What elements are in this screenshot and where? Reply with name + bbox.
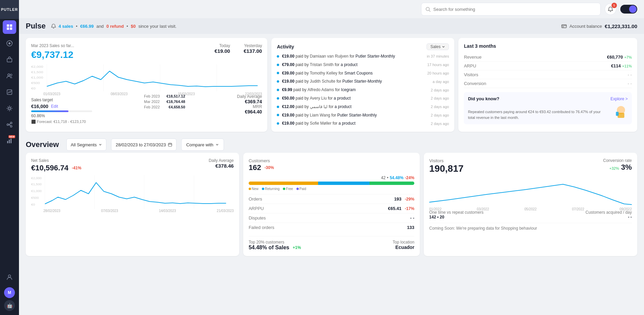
date-picker[interactable]: 28/02/2023 to 27/03/2023 [111, 139, 176, 151]
list-item: €19.00 paid by Damiaan van Ruijven for P… [277, 54, 449, 59]
activity-dot [277, 55, 279, 58]
net-daily-avg-val: €378.46 [209, 163, 234, 169]
target-label: Sales target [31, 98, 53, 102]
bot-avatar[interactable]: 🤖 [4, 300, 15, 311]
sidebar-item-reports[interactable] [3, 85, 16, 99]
net-sales-value: €10,596.74 [31, 164, 68, 172]
activity-list: €19.00 paid by Damiaan van Ruijven for P… [277, 54, 449, 126]
sales-chart-labels: 01/03/2023 08/03/2023 15/03/2023 22/03/2… [31, 92, 262, 96]
disputes-val: - - [410, 215, 414, 220]
activity-time: 17 hours ago [427, 63, 449, 67]
mrr-label: MRR [237, 104, 262, 109]
failed-orders-val: 133 [407, 225, 414, 230]
segment-select[interactable]: All Segments [66, 139, 107, 151]
bar-neg: -24% [405, 175, 414, 180]
activity-text: €19.00 paid by Damiaan van Ruijven for P… [282, 54, 424, 59]
customers-label: Customers [249, 158, 274, 163]
search-input[interactable] [433, 7, 596, 12]
svg-point-7 [8, 74, 10, 76]
orders-row: Orders 193 -29% [249, 194, 414, 204]
notification-icon [51, 24, 56, 28]
visitors-header: Visitors 190,817 Conversion rate +32% 3% [429, 158, 632, 174]
new-badge: NEW [8, 135, 15, 138]
mrr-value: €964.40 [237, 109, 262, 114]
activity-dot [277, 89, 279, 91]
account-balance-label: Account balance [569, 24, 602, 29]
legend-free: Free [286, 187, 293, 191]
and-text: and [96, 24, 104, 29]
visitors-row: Visitors - - [464, 70, 632, 79]
overview-cards: Net Sales €10,596.74 -41% Daily Average … [19, 153, 644, 260]
dyk-explore[interactable]: Explore > [610, 97, 628, 101]
dyk-title: Did you know? [468, 96, 499, 101]
bar-blue [318, 182, 370, 185]
net-chart-label-2: 07/03/2023 [101, 209, 118, 213]
chart-label-2: 08/03/2023 [110, 92, 127, 96]
revenue-val: €60,770 [607, 55, 623, 60]
arppu-label: ARPPU [249, 206, 264, 211]
sidebar-item-charts[interactable]: NEW [3, 134, 16, 148]
sales-amount: €66.99 [80, 24, 94, 29]
bar-info: 42 • 54.48% -24% [249, 175, 414, 180]
net-sales-card: Net Sales €10,596.74 -41% Daily Average … [26, 153, 239, 256]
last3months-card: Last 3 months Revenue €60,770 +7% ARPU €… [458, 38, 637, 132]
bar-gold [249, 182, 318, 185]
sidebar-item-affiliates[interactable] [3, 118, 16, 131]
svg-rect-15 [9, 140, 10, 143]
revenue-label: Revenue [464, 55, 481, 60]
svg-rect-20 [562, 27, 564, 27]
customers-header: Customers 162 -30% [249, 158, 414, 172]
dyk-text: Repeated customers paying around €24 to … [468, 109, 608, 120]
svg-rect-33 [168, 143, 172, 146]
sidebar-item-analytics[interactable] [3, 37, 16, 50]
account-balance-section: Account balance €1,223,331.00 [561, 23, 637, 29]
activity-card: Activity Sales €19.00 paid by Damiaan va… [271, 38, 454, 132]
activity-dot [277, 97, 279, 100]
sales-chart: €2,000 €1,500 €1,000 €500 €0 01/03/2023 … [31, 64, 262, 91]
visitors-chart: 01/2022 03/2022 05/2022 07/2022 09/2022 [429, 177, 632, 207]
dyk-illustration [611, 103, 628, 120]
customers-value: 162 [249, 163, 261, 172]
mar2022-label: Mar 2022 [144, 100, 160, 104]
activity-dot [277, 122, 279, 125]
target-edit[interactable]: Edit [51, 104, 58, 109]
activity-time: 2 days ago [431, 88, 449, 92]
activity-dot [277, 64, 279, 66]
customers-change: -30% [265, 165, 274, 170]
notification-bell[interactable]: 5 [605, 3, 616, 15]
sidebar-item-dashboard[interactable] [3, 20, 16, 34]
compare-button[interactable]: Compare with [181, 139, 224, 151]
search-box[interactable] [421, 3, 601, 16]
sidebar-item-products[interactable] [3, 53, 16, 66]
notification-suffix: since your last visit. [138, 24, 176, 29]
conversion-rate-section: Conversion rate +32% 3% [603, 158, 632, 172]
activity-time: 2 days ago [431, 105, 449, 109]
coming-soon: Coming Soon: We're preparing data for Sh… [429, 223, 632, 231]
sidebar-bottom: M 🤖 [3, 269, 16, 315]
list-item: €19.00 paid by Liam Wang for Putler Star… [277, 112, 449, 118]
sidebar-item-integrations[interactable] [3, 102, 16, 115]
forecast-text: ⬛ Forecast: €11,718 - €123,170 [31, 120, 92, 124]
conv-rate-label: Conversion rate [603, 158, 632, 163]
user-avatar[interactable]: M [4, 287, 15, 298]
svg-point-8 [11, 74, 12, 76]
sidebar-item-customers[interactable] [3, 69, 16, 83]
failed-orders-label: Failed orders [249, 225, 274, 230]
svg-text:€500: €500 [31, 81, 40, 85]
activity-text: €19.00 paid by Sofie Møller for a produc… [282, 121, 428, 126]
customers-card: Customers 162 -30% 42 • 54.48% -24% [243, 153, 420, 256]
target-progress-fill [31, 110, 68, 112]
bar-legend: New Returning Free Paid [249, 187, 414, 191]
theme-toggle[interactable] [620, 5, 637, 14]
activity-time: 2 days ago [431, 113, 449, 117]
daily-avg-value: €369.74 [237, 99, 262, 104]
sales-card: Mar 2023 Sales so far... €9,737.12 Today… [26, 38, 267, 132]
svg-rect-14 [7, 141, 8, 143]
sidebar-item-users[interactable] [3, 270, 16, 284]
activity-text: €19.00 paid by Judith Schulte for Putler… [282, 79, 430, 84]
overview-header: Overview All Segments 28/02/2023 to 27/0… [19, 136, 644, 153]
yesterday-value: €137.00 [244, 48, 262, 54]
svg-point-5 [8, 42, 11, 44]
activity-filter[interactable]: Sales [427, 43, 449, 50]
legend-paid: Paid [299, 187, 306, 191]
